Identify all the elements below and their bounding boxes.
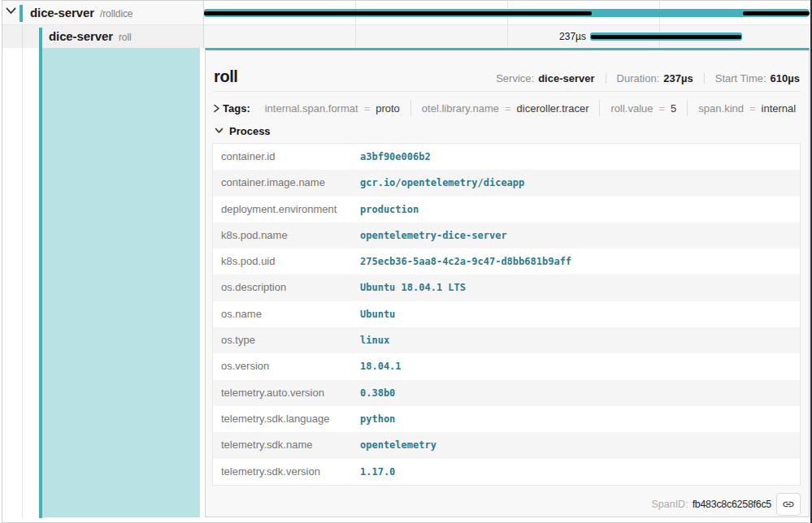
process-value: linux (360, 327, 800, 353)
process-value: Ubuntu 18.04.1 LTS (360, 274, 800, 300)
process-key: os.description (213, 274, 361, 300)
spanid-value: fb483c8c6258f6c5 (693, 499, 771, 510)
process-table-row: deployment.environmentproduction (213, 197, 801, 223)
process-key: container.image.name (213, 170, 361, 196)
process-table-row: os.descriptionUbuntu 18.04.1 LTS (213, 274, 801, 300)
process-key-value-table: container.ida3bf90e006b2container.image.… (212, 143, 801, 486)
process-table-row: os.version18.04.1 (213, 353, 801, 379)
process-key: telemetry.sdk.language (213, 406, 361, 432)
process-key: telemetry.sdk.version (213, 459, 361, 486)
process-accordian[interactable]: Process (215, 123, 801, 139)
operation-name: /rolldice (100, 8, 132, 19)
indent-guide (22, 24, 23, 518)
process-key: k8s.pod.uid (213, 249, 361, 274)
service-name: dice-server (30, 6, 94, 19)
detail-divider (214, 91, 801, 92)
spanid-label: SpanID: (651, 499, 688, 510)
tag-item[interactable]: span.kind=internal (698, 102, 796, 115)
chevron-down-icon (215, 128, 224, 134)
service-name: dice-server (49, 29, 113, 43)
process-table-row: k8s.pod.uid275ecb36-5aa8-4c2a-9c47-d8bb6… (213, 249, 801, 274)
span-detail-title: roll (214, 67, 238, 86)
tag-separator (410, 100, 411, 116)
overview-separator (704, 73, 705, 84)
tag-separator (687, 100, 688, 116)
tags-list: internal.span.format=protootel.library.n… (265, 100, 797, 116)
service-color-strip (39, 28, 42, 518)
critical-path-segment (204, 11, 592, 15)
timeline-row-rolldice[interactable] (203, 1, 810, 24)
process-table-row: telemetry.sdk.nameopentelemetry (213, 432, 801, 458)
tags-label: Tags: (223, 102, 250, 115)
span-overview-list: Service:dice-serverDuration:237µsStart T… (496, 72, 800, 84)
process-table-row: k8s.pod.nameopentelemetry-dice-server (213, 223, 801, 249)
chevron-down-icon[interactable] (6, 7, 16, 15)
process-key: os.type (213, 327, 361, 353)
span-name[interactable]: dice-serverroll (49, 24, 132, 48)
span-detail-card: roll Service:dice-serverDuration:237µsSt… (205, 48, 810, 517)
process-value: python (360, 406, 800, 432)
tag-item[interactable]: internal.span.format=proto (265, 102, 400, 115)
tag-item[interactable]: otel.library.name=diceroller.tracer (422, 102, 589, 115)
window-border-left (2, 0, 2, 522)
overview-item: Duration:237µs (617, 72, 693, 84)
process-table-row: telemetry.sdk.version1.17.0 (213, 459, 801, 486)
process-value: 0.38b0 (360, 380, 800, 406)
process-key: os.version (213, 353, 361, 379)
process-table-row: telemetry.auto.version0.38b0 (213, 380, 801, 406)
chevron-right-icon (213, 104, 220, 113)
tag-separator (599, 100, 600, 116)
deep-link-button[interactable] (776, 493, 801, 516)
overview-item: Start Time:610µs (715, 72, 800, 84)
timeline-row-roll[interactable]: 237µs (203, 24, 810, 48)
process-key: k8s.pod.name (213, 223, 361, 249)
process-table-row: os.nameUbuntu (213, 301, 801, 327)
process-value: 275ecb36-5aa8-4c2a-9c47-d8bb681b9aff (360, 249, 800, 274)
process-key: container.id (213, 144, 361, 171)
process-key: deployment.environment (213, 197, 361, 223)
critical-path-segment (591, 35, 741, 39)
link-icon (782, 498, 795, 511)
process-table-row: os.typelinux (213, 327, 801, 353)
span-detail-footer: SpanID: fb483c8c6258f6c5 (214, 493, 801, 516)
process-table-row: container.ida3bf90e006b2 (213, 144, 801, 171)
process-table-row: telemetry.sdk.languagepython (213, 406, 801, 432)
process-value: opentelemetry (360, 432, 800, 458)
process-value: opentelemetry-dice-server (360, 223, 800, 249)
tag-item[interactable]: roll.value=5 (610, 102, 676, 115)
span-duration-label: 237µs (559, 31, 586, 42)
overview-item: Service:dice-server (496, 72, 594, 84)
span-detail-header: roll Service:dice-serverDuration:237µsSt… (214, 67, 800, 86)
operation-name: roll (119, 32, 132, 43)
process-label: Process (229, 125, 271, 137)
process-key: telemetry.sdk.name (213, 432, 361, 458)
overview-separator (606, 73, 606, 84)
service-color-strip (20, 5, 23, 23)
process-value: production (360, 197, 800, 223)
process-value: gcr.io/opentelemetry/diceapp (360, 170, 800, 196)
span-name[interactable]: dice-server/rolldice (30, 1, 132, 24)
process-table-row: container.image.namegcr.io/opentelemetry… (213, 170, 801, 196)
tags-accordian[interactable]: Tags: internal.span.format=protootel.lib… (214, 100, 801, 116)
process-key: os.name (213, 301, 361, 327)
detail-row-accent (42, 48, 200, 517)
critical-path-segment (743, 11, 810, 15)
process-value: Ubuntu (360, 301, 800, 327)
process-key: telemetry.auto.version (213, 380, 361, 406)
process-value: a3bf90e006b2 (360, 144, 800, 171)
process-value: 18.04.1 (360, 353, 800, 379)
process-value: 1.17.0 (360, 459, 800, 486)
